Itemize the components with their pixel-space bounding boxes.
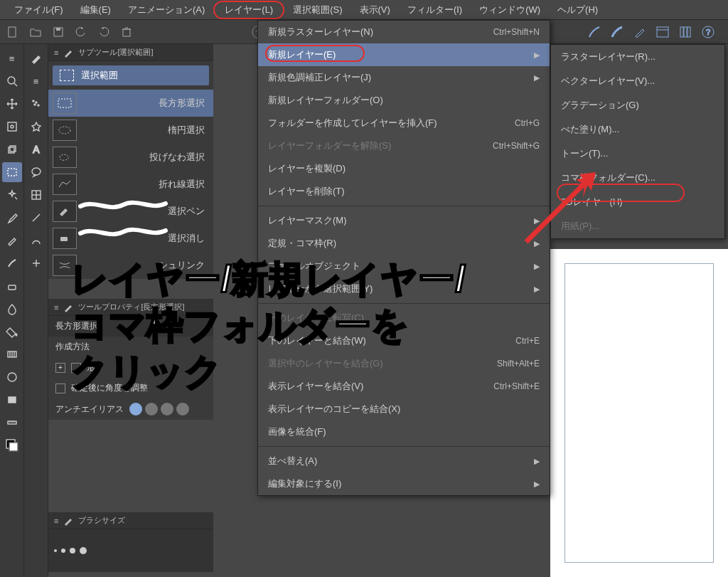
layer-menu-item[interactable]: 表示レイヤーのコピーを結合(X) (258, 398, 550, 420)
submenu-item[interactable]: べた塗り(M)... (551, 117, 724, 142)
size-dot[interactable] (54, 549, 57, 552)
move-tool-icon[interactable] (2, 94, 22, 114)
selection-tool-icon[interactable] (2, 162, 22, 182)
layer-menu-item[interactable]: フォルダーを作成してレイヤーを挿入(F)Ctrl+G (258, 112, 550, 134)
menu-edit[interactable]: 編集(E) (72, 1, 119, 19)
layer-menu-item[interactable]: 編集対象にする(I)▶ (258, 472, 550, 495)
layer-menu-item[interactable]: レイヤーを削除(T) (258, 180, 550, 203)
submenu-item[interactable]: トーン(T)... (551, 142, 724, 166)
color-fg-icon[interactable] (2, 435, 22, 455)
balloon-tool-icon[interactable] (26, 162, 46, 182)
layer-menu-item[interactable]: 並べ替え(A)▶ (258, 450, 550, 472)
aa-option-2[interactable] (145, 403, 158, 415)
subtool-item-selecterase[interactable]: 選択消し (48, 225, 213, 252)
decoration-tool-icon[interactable] (26, 117, 46, 137)
gradient-tool-icon[interactable] (2, 344, 22, 364)
layer-menu-item[interactable]: ファイルオブジェクト▶ (258, 255, 550, 277)
antialias-options[interactable] (129, 403, 189, 415)
menu-filter[interactable]: フィルター(I) (399, 1, 471, 19)
magic-wand-tool-icon[interactable] (2, 185, 22, 205)
size-dot[interactable] (80, 547, 87, 554)
operation-tool-icon[interactable] (2, 117, 22, 137)
subtool-panel-header[interactable]: ≡ サブツール[選択範囲] (48, 44, 213, 61)
subtool-item-polyline[interactable]: 折れ線選択 (48, 171, 213, 198)
checkbox[interactable] (71, 363, 81, 373)
fill-tool-icon[interactable] (2, 322, 22, 342)
library-icon[interactable] (675, 22, 695, 42)
redo-icon[interactable] (94, 22, 114, 42)
brush-size-presets[interactable] (48, 529, 213, 572)
layer-menu-item[interactable]: 新規レイヤーフォルダー(O) (258, 89, 550, 112)
subtool-tab-selection[interactable]: 選択範囲 (53, 65, 209, 85)
brush-icon[interactable] (584, 22, 604, 42)
layer-menu-item[interactable]: 新規色調補正レイヤー(J)▶ (258, 66, 550, 89)
brush2-icon[interactable] (607, 22, 627, 42)
aa-option-4[interactable] (176, 403, 189, 415)
aa-option-3[interactable] (161, 403, 173, 415)
panel-icon[interactable] (653, 22, 673, 42)
expand-icon[interactable]: + (55, 363, 65, 373)
airbrush-tool-icon[interactable] (26, 94, 46, 114)
tool-property-tab[interactable]: 長方形選択 (48, 316, 213, 337)
correct-line-tool-icon[interactable] (26, 253, 46, 273)
undo-icon[interactable] (71, 22, 91, 42)
layer-menu-item[interactable]: 画像を統合(F) (258, 420, 550, 443)
menu2-icon[interactable]: ≡ (26, 71, 46, 91)
subtool-item-shrink[interactable]: シュリンク (48, 252, 213, 279)
menu-window[interactable]: ウィンドウ(W) (471, 1, 549, 19)
layer-menu-item[interactable]: レイヤーから選択範囲(Y)▶ (258, 277, 550, 300)
subtool-item-ellipse[interactable]: 楕円選択 (48, 117, 213, 144)
aa-option-1[interactable] (129, 403, 142, 415)
prop-confirm-angle[interactable]: 確定後に角度を調整 (48, 378, 213, 398)
save-icon[interactable] (48, 22, 68, 42)
menu-view[interactable]: 表示(V) (351, 1, 399, 19)
frame-tool-icon[interactable] (26, 185, 46, 205)
prop-antialias[interactable]: アンチエイリアス (48, 398, 213, 420)
brush-tool-icon[interactable] (2, 253, 22, 273)
size-dot[interactable] (61, 549, 65, 553)
checkbox[interactable] (55, 383, 65, 393)
subtool-item-rect[interactable]: 長方形選択 (48, 90, 213, 117)
menu-selection[interactable]: 選択範囲(S) (284, 1, 350, 19)
pen-icon[interactable] (630, 22, 650, 42)
layer-menu-item[interactable]: 表示レイヤーを結合(V)Ctrl+Shift+E (258, 375, 550, 398)
subtool-item-selectpen[interactable]: 選択ペン (48, 198, 213, 225)
eyedropper-tool-icon[interactable] (2, 208, 22, 228)
size-dot[interactable] (70, 548, 75, 554)
layer-menu-item[interactable]: 新規レイヤー(E)▶ (258, 43, 550, 66)
delete-icon[interactable] (117, 22, 136, 42)
help-icon[interactable]: ? (698, 22, 718, 42)
menu-help[interactable]: ヘルプ(H) (549, 1, 606, 19)
prop-create-method[interactable]: 作成方法 (48, 337, 213, 357)
layer-menu-item[interactable]: 下のレイヤーと結合(W)Ctrl+E (258, 329, 550, 352)
eraser-tool-icon[interactable] (2, 276, 22, 296)
layer-move-tool-icon[interactable] (2, 139, 22, 159)
submenu-item[interactable]: 3Dレイヤー(H) (551, 190, 724, 214)
layer-menu-item[interactable]: レイヤーマスク(M)▶ (258, 209, 550, 232)
submenu-item[interactable]: ラスターレイヤー(R)... (551, 45, 724, 69)
submenu-item[interactable]: コマ枠フォルダー(C)... (551, 166, 724, 190)
layer-menu-item[interactable]: 定規・コマ枠(R)▶ (258, 232, 550, 255)
brush-size-header[interactable]: ≡ ブラシサイズ (48, 512, 213, 529)
subtool-item-lasso[interactable]: 投げなわ選択 (48, 144, 213, 171)
menu-animation[interactable]: アニメーション(A) (119, 1, 213, 19)
layer-menu-item[interactable]: 新規ラスターレイヤー(N)Ctrl+Shift+N (258, 21, 550, 43)
brush2-tool-icon[interactable] (26, 48, 46, 68)
text-tool-icon[interactable]: A (26, 139, 46, 159)
rect-tool-icon[interactable] (2, 390, 22, 410)
menu-layer[interactable]: レイヤー(L) (213, 1, 284, 19)
new-file-icon[interactable] (3, 22, 23, 42)
ruler-tool-icon[interactable] (2, 413, 22, 433)
menu-file[interactable]: ファイル(F) (6, 1, 72, 19)
open-file-icon[interactable] (26, 22, 46, 42)
shape-tool-icon[interactable] (2, 367, 22, 387)
layer-menu-item[interactable]: レイヤーを複製(D) (258, 157, 550, 180)
line-tool-icon[interactable] (26, 208, 46, 228)
canvas-area[interactable] (550, 249, 728, 577)
menu-icon[interactable]: ≡ (2, 48, 22, 68)
zoom-tool-icon[interactable] (2, 71, 22, 91)
pen-tool-icon[interactable] (2, 231, 22, 250)
prop-shape[interactable]: + 形 (48, 357, 213, 378)
submenu-item[interactable]: グラデーション(G) (551, 93, 724, 117)
blend-tool-icon[interactable] (2, 299, 22, 319)
